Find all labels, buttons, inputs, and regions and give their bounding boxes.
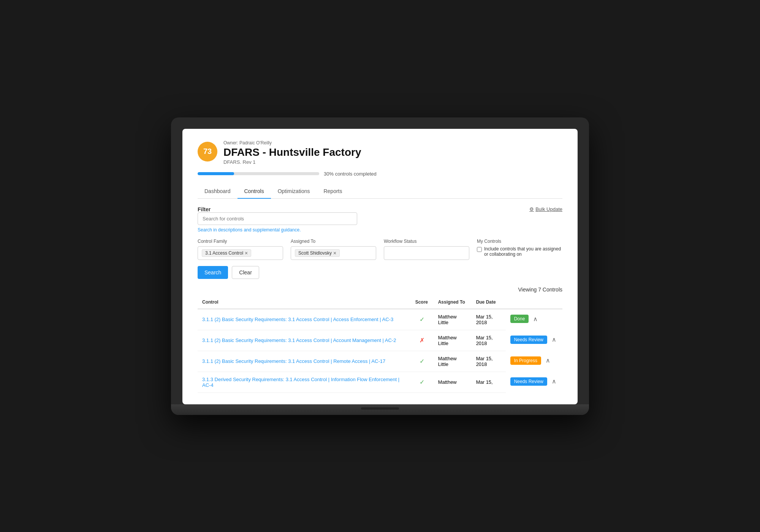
action-buttons: Search Clear (198, 266, 562, 279)
col-header-due: Due Date (472, 296, 506, 309)
tag-close-icon[interactable]: × (245, 250, 248, 256)
tab-bar: Dashboard Controls Optimizations Reports (198, 184, 562, 199)
cell-due: Mar 15, 2018 (472, 309, 506, 330)
laptop-base (171, 404, 589, 415)
controls-table: Control Score Assigned To Due Date 3.1.1… (198, 296, 562, 393)
project-title: DFARS - Huntsville Factory (223, 146, 562, 158)
table-row: 3.1.1 (2) Basic Security Requirements: 3… (198, 351, 562, 372)
assigned-to-label: Assigned To (291, 239, 376, 244)
score-x-icon: ✗ (420, 337, 424, 344)
controls-table-section: Viewing 7 Controls Control Score Assigne… (198, 287, 562, 393)
cell-assigned: Matthew Little (434, 309, 472, 330)
cell-actions: Needs Review ∧ (506, 330, 562, 349)
col-header-assigned: Assigned To (434, 296, 472, 309)
tag-close-icon[interactable]: × (333, 250, 336, 256)
bulk-update-link[interactable]: ⚙ Bulk Update (529, 206, 562, 212)
table-row: 3.1.3 Derived Security Requirements: 3.1… (198, 372, 562, 393)
cell-score: ✓ (411, 309, 434, 330)
status-badge: Needs Review (510, 377, 547, 386)
assigned-to-group: Assigned To Scott Shidlovsky × (291, 239, 376, 260)
control-family-tag-0: 3.1 Access Control × (202, 249, 251, 257)
progress-bar-container (198, 172, 319, 175)
col-header-actions (506, 296, 562, 309)
search-button[interactable]: Search (198, 266, 228, 279)
control-family-group: Control Family 3.1 Access Control × (198, 239, 283, 260)
status-badge: Done (510, 315, 529, 323)
score-check-icon: ✓ (420, 379, 424, 385)
filter-section: Filter Search in descriptions and supple… (198, 206, 562, 279)
control-link[interactable]: 3.1.3 Derived Security Requirements: 3.1… (202, 377, 399, 388)
cell-due: Mar 15, (472, 372, 506, 393)
cell-score: ✗ (411, 330, 434, 351)
workflow-status-label: Workflow Status (384, 239, 469, 244)
expand-button[interactable]: ∧ (532, 314, 539, 324)
col-header-score: Score (411, 296, 434, 309)
assigned-to-tag-0: Scott Shidlovsky × (295, 249, 340, 257)
tab-optimizations[interactable]: Optimizations (271, 184, 317, 199)
cell-actions: Done ∧ (506, 309, 562, 329)
filter-header: Filter Search in descriptions and supple… (198, 206, 562, 233)
project-header: 73 Owner: Padraic O'Reilly DFARS - Hunts… (198, 140, 562, 165)
cell-control: 3.1.1 (2) Basic Security Requirements: 3… (198, 351, 411, 372)
status-badge: In Progress (510, 356, 541, 365)
my-controls-label: My Controls (477, 239, 562, 244)
score-check-icon: ✓ (420, 358, 424, 364)
tab-dashboard[interactable]: Dashboard (198, 184, 238, 199)
expand-button[interactable]: ∧ (544, 355, 552, 366)
project-subtitle: DFARS. Rev 1 (223, 159, 562, 165)
expand-button[interactable]: ∧ (550, 334, 558, 345)
assigned-to-input[interactable]: Scott Shidlovsky × (291, 246, 376, 260)
my-controls-check[interactable]: Include controls that you are assigned o… (477, 246, 562, 257)
header-info: Owner: Padraic O'Reilly DFARS - Huntsvil… (223, 140, 562, 165)
control-link[interactable]: 3.1.1 (2) Basic Security Requirements: 3… (202, 317, 393, 322)
clear-button[interactable]: Clear (232, 266, 259, 279)
workflow-status-input[interactable] (384, 246, 469, 260)
cell-due: Mar 15, 2018 (472, 330, 506, 351)
cell-score: ✓ (411, 372, 434, 393)
expand-button[interactable]: ∧ (550, 376, 558, 386)
my-controls-checkbox[interactable] (477, 247, 482, 252)
tab-reports[interactable]: Reports (317, 184, 349, 199)
cell-control: 3.1.3 Derived Security Requirements: 3.1… (198, 372, 411, 393)
table-row: 3.1.1 (2) Basic Security Requirements: 3… (198, 309, 562, 330)
cell-assigned: Matthew Little (434, 330, 472, 351)
bulk-update-container: ⚙ Bulk Update (529, 206, 562, 212)
viewing-count: Viewing 7 Controls (198, 287, 562, 293)
my-controls-check-label: Include controls that you are assigned o… (484, 246, 562, 257)
cell-actions: Needs Review ∧ (506, 372, 562, 391)
tag-label: 3.1 Access Control (205, 250, 243, 256)
cell-control: 3.1.1 (2) Basic Security Requirements: 3… (198, 330, 411, 351)
cell-actions: In Progress ∧ (506, 351, 562, 370)
search-input[interactable] (198, 212, 357, 225)
cell-score: ✓ (411, 351, 434, 372)
control-link[interactable]: 3.1.1 (2) Basic Security Requirements: 3… (202, 337, 396, 343)
cell-due: Mar 15, 2018 (472, 351, 506, 372)
col-header-control: Control (198, 296, 411, 309)
control-family-input[interactable]: 3.1 Access Control × (198, 246, 283, 260)
control-link[interactable]: 3.1.1 (2) Basic Security Requirements: 3… (202, 358, 385, 364)
gear-icon: ⚙ (529, 206, 534, 212)
progress-section: 30% controls completed (198, 171, 562, 177)
laptop-frame: 73 Owner: Padraic O'Reilly DFARS - Hunts… (171, 117, 589, 415)
score-check-icon: ✓ (420, 316, 424, 323)
progress-bar-fill (198, 172, 234, 175)
owner-label: Owner: Padraic O'Reilly (223, 140, 562, 146)
table-header-row: Control Score Assigned To Due Date (198, 296, 562, 309)
my-controls-group: My Controls Include controls that you ar… (477, 239, 562, 257)
progress-label: 30% controls completed (324, 171, 377, 177)
filter-row: Control Family 3.1 Access Control × Assi… (198, 239, 562, 260)
tag-label: Scott Shidlovsky (298, 250, 332, 256)
cell-control: 3.1.1 (2) Basic Security Requirements: 3… (198, 309, 411, 330)
cell-assigned: Matthew Little (434, 351, 472, 372)
status-badge: Needs Review (510, 336, 547, 344)
score-badge: 73 (198, 142, 217, 162)
workflow-status-group: Workflow Status (384, 239, 469, 260)
screen: 73 Owner: Padraic O'Reilly DFARS - Hunts… (182, 129, 578, 404)
search-hint[interactable]: Search in descriptions and supplemental … (198, 227, 357, 233)
control-family-label: Control Family (198, 239, 283, 244)
table-row: 3.1.1 (2) Basic Security Requirements: 3… (198, 330, 562, 351)
filter-label: Filter (198, 206, 357, 212)
cell-assigned: Matthew (434, 372, 472, 393)
tab-controls[interactable]: Controls (238, 184, 271, 199)
